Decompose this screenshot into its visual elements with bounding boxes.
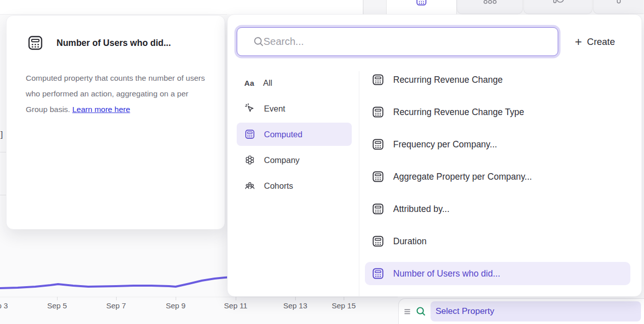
tab-icon (616, 0, 621, 4)
x-axis-label: Sep 7 (95, 301, 137, 310)
property-item[interactable]: Frequency per Company... (365, 134, 630, 154)
calculator-icon (415, 0, 427, 7)
category-event[interactable]: Event (237, 97, 352, 120)
tab-properties[interactable] (386, 0, 457, 14)
panel-divider (359, 71, 359, 296)
calculator-icon (371, 170, 385, 183)
select-property-pill[interactable]: Select Property (431, 301, 641, 321)
header-divider (0, 14, 227, 15)
x-axis-label: Sep 9 (154, 301, 197, 310)
calculator-icon (244, 129, 255, 140)
calculator-icon (371, 73, 385, 86)
calculator-icon (371, 202, 385, 215)
axis-tick (176, 297, 176, 300)
x-axis-label: Sep 11 (214, 301, 257, 310)
people-icon (244, 180, 255, 191)
category-list: Aa All Event C (237, 71, 352, 197)
x-axis-line (0, 297, 398, 297)
category-company[interactable]: Company (237, 148, 352, 172)
axis-tick (57, 297, 58, 300)
query-builder-card-edge (0, 0, 363, 14)
search-input[interactable] (237, 27, 558, 56)
property-list: Recurring Revenue Change Recurring Reven… (365, 70, 630, 284)
category-cohorts[interactable]: Cohorts (237, 174, 352, 197)
tooltip-title: Number of Users who did... (57, 38, 171, 48)
tooltip-description: Computed property that counts the number… (26, 70, 206, 117)
calculator-icon (27, 34, 44, 51)
category-computed[interactable]: Computed (237, 123, 352, 146)
property-picker-dropdown: + Create Aa All Event (227, 14, 642, 297)
company-cluster-icon (244, 154, 255, 166)
property-item[interactable]: Recurring Revenue Change Type (365, 102, 630, 122)
calculator-icon (371, 267, 385, 280)
property-item[interactable]: Attributed by... (365, 199, 630, 219)
property-item[interactable]: Recurring Revenue Change (365, 70, 630, 90)
text-format-icon: Aa (244, 79, 254, 87)
calculator-icon (371, 138, 385, 151)
axis-tick (344, 297, 344, 300)
tab-sessions[interactable] (593, 0, 643, 14)
select-property-label: Select Property (436, 306, 494, 316)
learn-more-link[interactable]: Learn more here (72, 105, 130, 114)
property-item-selected[interactable]: Number of Users who did... (365, 262, 630, 285)
property-item[interactable]: Aggregate Property per Company... (365, 167, 630, 187)
axis-tick (116, 297, 117, 300)
x-axis-label: Sep 3 (0, 301, 19, 310)
calculator-icon (371, 235, 385, 248)
category-all[interactable]: Aa All (237, 71, 352, 94)
drag-handle-icon[interactable] (404, 308, 411, 315)
axis-tick (236, 297, 236, 300)
tab-icon (483, 0, 497, 4)
calculator-icon (371, 105, 385, 119)
search-icon[interactable] (415, 306, 426, 317)
create-button[interactable]: + Create (575, 35, 615, 49)
plus-icon: + (575, 36, 582, 48)
x-axis-label: Sep 13 (274, 301, 316, 310)
tab-flows[interactable] (523, 0, 593, 14)
tab-strip (363, 0, 644, 14)
x-axis-label: Sep 15 (323, 301, 365, 310)
tab-icon (552, 0, 564, 5)
cursor-click-icon (244, 103, 255, 114)
tab-metrics[interactable] (457, 0, 523, 14)
property-tooltip-card: Number of Users who did... Computed prop… (6, 15, 225, 230)
clipped-text-fragment: ] (1, 130, 3, 140)
property-item[interactable]: Duration (365, 231, 630, 251)
x-axis-label: Sep 5 (36, 301, 78, 310)
select-property-bar: Select Property (398, 298, 644, 324)
axis-tick (295, 297, 296, 300)
